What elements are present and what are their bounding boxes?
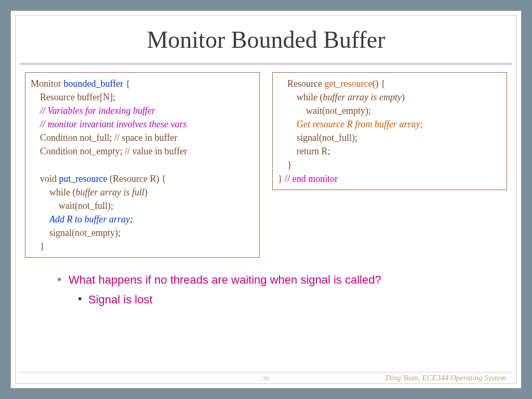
code-line: } — [31, 240, 254, 253]
code-line: Monitor bounded_buffer { — [31, 77, 254, 90]
code-action: Add R to buffer array; — [31, 212, 254, 226]
code-line: Resource get_resource() { — [278, 77, 501, 90]
code-columns: Monitor bounded_buffer { Resource buffer… — [16, 65, 516, 258]
code-line: signal(not_full); — [278, 131, 501, 144]
code-line: Condition not_full; // space in buffer — [31, 131, 254, 144]
footer-credit: Ding Yuan, ECE344 Operating System — [385, 374, 506, 382]
code-line: Condition not_empty; // value in buffer — [31, 144, 254, 158]
bullet-question: What happens if no threads are waiting w… — [57, 273, 516, 287]
code-line: signal(not_empty); — [31, 226, 254, 240]
code-action: Get resource R from buffer array; — [278, 117, 501, 131]
bullet-list: What happens if no threads are waiting w… — [16, 258, 516, 307]
code-line: wait(not_full); — [31, 199, 254, 212]
code-line: Resource buffer[N]; — [31, 90, 254, 104]
code-line: while (buffer array is empty) — [278, 90, 501, 104]
slide-title: Monitor Bounded Buffer — [20, 26, 512, 54]
code-box-right: Resource get_resource() { while (buffer … — [272, 72, 507, 190]
slide-inner: Monitor Bounded Buffer Monitor bounded_b… — [15, 15, 517, 384]
slide-footer: 36 Ding Yuan, ECE344 Operating System — [20, 372, 512, 383]
code-box-left: Monitor bounded_buffer { Resource buffer… — [25, 72, 260, 258]
code-comment: // monitor invariant involves these vars — [31, 117, 254, 131]
code-line: } // end monitor — [278, 172, 501, 185]
slide: Monitor Bounded Buffer Monitor bounded_b… — [10, 10, 522, 389]
code-line: wait(not_empty); — [278, 104, 501, 117]
bullet-answer: Signal is lost — [57, 293, 516, 307]
page-number: 36 — [263, 374, 270, 382]
code-line: while (buffer array is full) — [31, 185, 254, 199]
code-comment: // Variables for indexing buffer — [31, 104, 254, 117]
code-line: } — [278, 158, 501, 172]
code-line: void put_resource (Resource R) { — [31, 172, 254, 185]
code-line: return R; — [278, 144, 501, 158]
title-area: Monitor Bounded Buffer — [20, 16, 512, 65]
